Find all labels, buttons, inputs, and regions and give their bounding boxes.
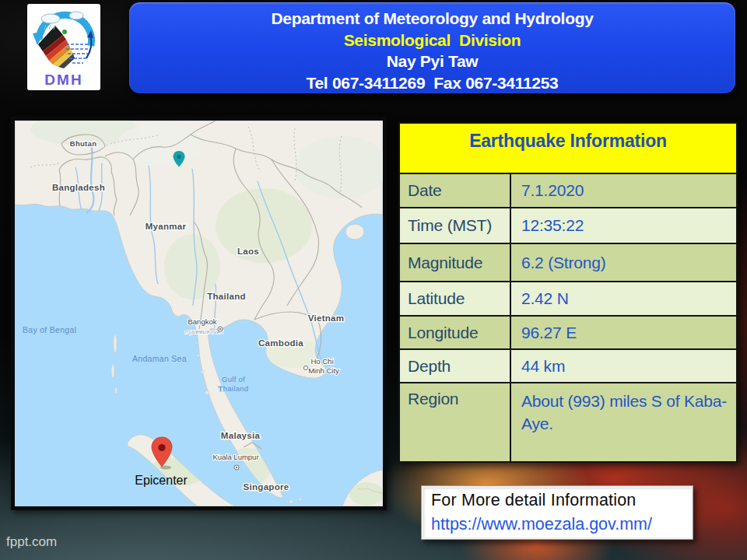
earthquake-info-table: Earthquake Information Date 7.1.2020 Tim… xyxy=(398,122,738,463)
banner-phone-line: Tel 067-3411269 Fax 067-3411253 xyxy=(129,72,735,94)
row-value: 2.42 N xyxy=(511,287,736,310)
map-label-singapore: Singapore xyxy=(244,482,289,492)
table-row-region: Region About (993) miles S of Kaba-Aye. xyxy=(400,382,736,461)
header-banner: Department of Meteorology and Hydrology … xyxy=(129,2,735,93)
row-label: Date xyxy=(400,174,511,207)
tree-icon xyxy=(62,30,67,34)
banner-city-line: Nay Pyi Taw xyxy=(129,51,735,72)
map-label-malaysia: Malaysia xyxy=(221,431,261,440)
epicenter-map: Bay of Bengal Andaman Sea Gulf of Thaila… xyxy=(11,117,387,510)
map-label-ho-chi-1: Ho Chi xyxy=(310,357,333,366)
map-label-cambodia: Cambodia xyxy=(258,338,303,348)
map-label-vietnam: Vietnam xyxy=(308,313,345,323)
table-row-magnitude: Magnitude 6.2 (Strong) xyxy=(400,243,736,281)
map-label-bhutan: Bhutan xyxy=(70,139,97,148)
logo-acronym: DMH xyxy=(44,72,82,88)
map-label-bangkok: Bangkok xyxy=(188,317,217,326)
banner-department-line: Department of Meteorology and Hydrology xyxy=(129,8,735,30)
map-label-gulf-of-thailand-2: Thailand xyxy=(219,384,249,393)
dmh-logo-graphic: DMH xyxy=(27,4,100,90)
ho-chi-minh-city-icon xyxy=(303,366,307,369)
row-label: Time (MST) xyxy=(400,208,511,243)
map-label-thailand: Thailand xyxy=(207,292,246,301)
more-info-text: For More detail Information xyxy=(431,488,683,513)
row-label: Depth xyxy=(400,350,511,382)
row-value: 44 km xyxy=(511,355,736,377)
map-label-bangladesh: Bangladesh xyxy=(52,183,105,192)
table-title: Earthquake Information xyxy=(469,131,667,151)
table-row-depth: Depth 44 km xyxy=(400,348,736,382)
table-row-time: Time (MST) 12:35:22 xyxy=(400,207,736,243)
table-row-latitude: Latitude 2.42 N xyxy=(400,281,736,315)
map-label-kuala-lumpur: Kuala Lumpur xyxy=(212,453,258,461)
row-value: 6.2 (Strong) xyxy=(511,251,736,274)
epicenter-label: Epicenter xyxy=(135,474,188,487)
map-label-ho-chi-2: Minh City xyxy=(308,366,339,375)
row-value: About (993) miles S of Kaba-Aye. xyxy=(511,383,736,436)
map-label-laos: Laos xyxy=(237,247,259,256)
row-value: 12:35:22 xyxy=(511,214,736,236)
slide: DMH Department of Meteorology and Hydrol… xyxy=(0,0,747,560)
more-info-box: For More detail Information https://www.… xyxy=(421,485,693,540)
row-label: Longitude xyxy=(400,317,511,348)
map-label-bay-of-bengal: Bay of Bengal xyxy=(23,325,76,334)
dmh-logo: DMH xyxy=(27,4,100,90)
row-value: 7.1.2020 xyxy=(511,179,736,201)
table-row-longitude: Longitude 96.27 E xyxy=(400,315,736,348)
row-value: 96.27 E xyxy=(511,321,736,344)
table-header: Earthquake Information xyxy=(400,124,736,173)
row-label: Region xyxy=(400,383,511,461)
fppt-watermark: fppt.com xyxy=(6,534,57,550)
row-label: Latitude xyxy=(400,282,511,315)
map-label-bangkok-thai: กรุงเทพมหานคร xyxy=(184,329,223,335)
table-row-date: Date 7.1.2020 xyxy=(400,173,736,207)
map-label-andaman-sea: Andaman Sea xyxy=(132,354,187,363)
more-info-url[interactable]: https://www.moezala.gov.mm/ xyxy=(431,513,683,536)
island-hainan xyxy=(345,224,364,240)
banner-division-line: Seismological Division xyxy=(129,30,735,51)
map-label-myanmar: Myanmar xyxy=(146,222,187,231)
map-label-gulf-of-thailand-1: Gulf of xyxy=(222,375,245,383)
row-label: Magnitude xyxy=(400,244,511,281)
